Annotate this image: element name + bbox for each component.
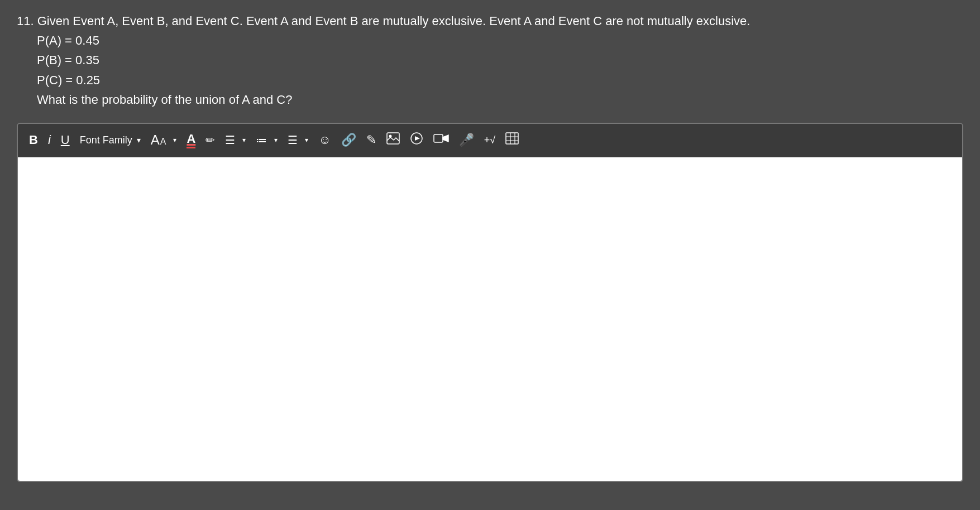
align-group: ☰ ▾ <box>222 131 249 149</box>
list-arrow-icon: ▾ <box>274 136 278 144</box>
highlight-button[interactable]: ✏ <box>202 131 218 149</box>
aa-arrow-icon: ▾ <box>173 136 176 144</box>
svg-rect-5 <box>506 133 518 144</box>
camera-icon <box>433 132 449 148</box>
align-arrow-icon: ▾ <box>242 136 246 144</box>
image-icon <box>386 132 400 148</box>
align-icon: ☰ <box>225 133 235 147</box>
bold-button[interactable]: B <box>26 131 41 150</box>
edit-button[interactable]: ✎ <box>363 131 380 150</box>
ordered-list-button[interactable]: ☰ <box>284 131 301 149</box>
question-number: 11. Given Event A, Event B, and Event C.… <box>17 14 750 28</box>
table-icon <box>505 132 519 148</box>
font-family-dropdown[interactable]: Font Family ▾ <box>77 132 144 148</box>
font-color-icon: A <box>187 132 195 148</box>
pencil-icon: ✎ <box>366 133 376 147</box>
ordered-list-group: ☰ ▾ <box>284 131 312 149</box>
page-container: 11. Given Event A, Event B, and Event C.… <box>0 0 980 510</box>
align-arrow[interactable]: ▾ <box>239 134 249 146</box>
toolbar: B i U Font Family ▾ AA ▾ <box>18 124 962 157</box>
math-icon: +√ <box>484 134 495 146</box>
question-line-3: P(C) = 0.25 <box>17 70 963 90</box>
mic-icon: 🎤 <box>459 133 474 147</box>
font-size-group: AA ▾ <box>147 130 180 150</box>
ordered-list-arrow[interactable]: ▾ <box>302 134 312 146</box>
svg-rect-4 <box>434 134 443 142</box>
link-button[interactable]: 🔗 <box>338 131 360 150</box>
video-button[interactable] <box>407 130 427 150</box>
question-number-label: 11. <box>17 14 34 28</box>
mic-button[interactable]: 🎤 <box>456 131 477 150</box>
question-line-1: P(A) = 0.45 <box>17 31 963 50</box>
aa-text: AA <box>151 132 166 148</box>
table-button[interactable] <box>502 130 522 150</box>
ordered-list-arrow-icon: ▾ <box>305 136 308 144</box>
question-line-2: P(B) = 0.35 <box>17 50 963 70</box>
link-icon: 🔗 <box>341 133 356 147</box>
video-play-icon <box>410 132 423 148</box>
align-button[interactable]: ☰ <box>222 131 238 149</box>
list-button[interactable]: ≔ <box>252 131 270 149</box>
paint-icon: ✏ <box>205 133 215 147</box>
font-family-arrow-icon: ▾ <box>137 136 141 145</box>
editor-content-area[interactable] <box>18 157 962 481</box>
ordered-list-icon: ☰ <box>288 133 298 147</box>
editor-container: B i U Font Family ▾ AA ▾ <box>17 123 963 482</box>
font-size-arrow[interactable]: ▾ <box>170 134 180 146</box>
list-arrow[interactable]: ▾ <box>271 134 281 146</box>
question-line-4: What is the probability of the union of … <box>17 90 963 109</box>
italic-button[interactable]: i <box>45 131 54 150</box>
list-icon: ≔ <box>256 133 267 147</box>
question-text: 11. Given Event A, Event B, and Event C.… <box>17 11 963 109</box>
emoji-button[interactable]: ☺ <box>315 131 334 150</box>
camera-button[interactable] <box>430 130 452 150</box>
image-button[interactable] <box>383 130 403 150</box>
math-button[interactable]: +√ <box>481 132 499 148</box>
question-main-text: Given Event A, Event B, and Event C. Eve… <box>37 14 750 28</box>
font-family-label: Font Family <box>80 134 132 146</box>
emoji-icon: ☺ <box>318 133 331 147</box>
font-size-button[interactable]: AA <box>147 130 170 150</box>
font-color-button[interactable]: A <box>183 129 199 151</box>
list-group: ≔ ▾ <box>252 131 281 149</box>
svg-marker-3 <box>415 136 420 141</box>
underline-button[interactable]: U <box>58 131 73 150</box>
